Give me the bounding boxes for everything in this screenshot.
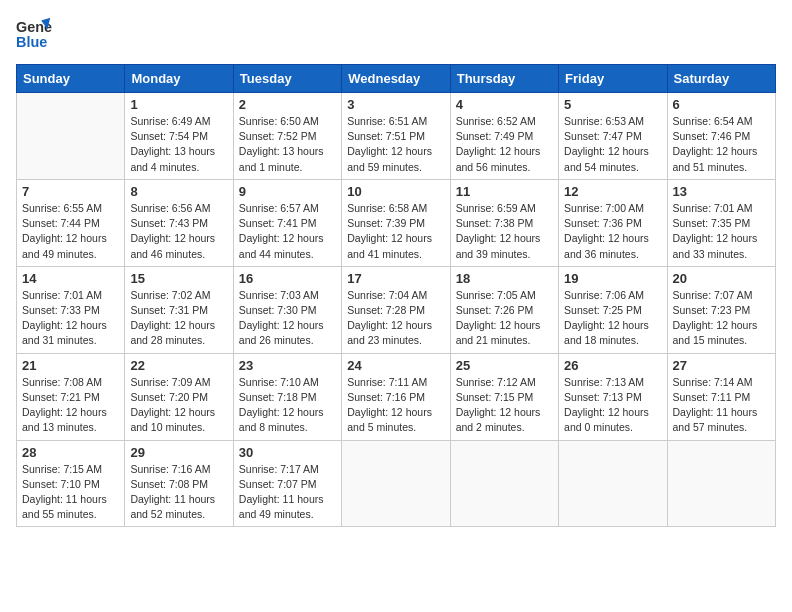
day-number: 8 [130, 184, 227, 199]
header-cell-thursday: Thursday [450, 65, 558, 93]
day-info: Sunrise: 6:55 AMSunset: 7:44 PMDaylight:… [22, 201, 119, 262]
day-info: Sunrise: 6:50 AMSunset: 7:52 PMDaylight:… [239, 114, 336, 175]
day-info: Sunrise: 7:13 AMSunset: 7:13 PMDaylight:… [564, 375, 661, 436]
calendar-cell: 26Sunrise: 7:13 AMSunset: 7:13 PMDayligh… [559, 353, 667, 440]
calendar-cell: 10Sunrise: 6:58 AMSunset: 7:39 PMDayligh… [342, 179, 450, 266]
logo: General Blue [16, 16, 52, 52]
calendar-cell: 12Sunrise: 7:00 AMSunset: 7:36 PMDayligh… [559, 179, 667, 266]
day-number: 14 [22, 271, 119, 286]
calendar-table: SundayMondayTuesdayWednesdayThursdayFrid… [16, 64, 776, 527]
day-number: 5 [564, 97, 661, 112]
day-info: Sunrise: 7:06 AMSunset: 7:25 PMDaylight:… [564, 288, 661, 349]
calendar-cell: 9Sunrise: 6:57 AMSunset: 7:41 PMDaylight… [233, 179, 341, 266]
svg-text:Blue: Blue [16, 34, 47, 50]
calendar-cell [17, 93, 125, 180]
day-info: Sunrise: 7:14 AMSunset: 7:11 PMDaylight:… [673, 375, 770, 436]
day-info: Sunrise: 7:03 AMSunset: 7:30 PMDaylight:… [239, 288, 336, 349]
calendar-cell: 11Sunrise: 6:59 AMSunset: 7:38 PMDayligh… [450, 179, 558, 266]
calendar-cell: 2Sunrise: 6:50 AMSunset: 7:52 PMDaylight… [233, 93, 341, 180]
day-info: Sunrise: 6:59 AMSunset: 7:38 PMDaylight:… [456, 201, 553, 262]
calendar-cell [342, 440, 450, 527]
calendar-cell: 19Sunrise: 7:06 AMSunset: 7:25 PMDayligh… [559, 266, 667, 353]
day-number: 16 [239, 271, 336, 286]
day-info: Sunrise: 6:56 AMSunset: 7:43 PMDaylight:… [130, 201, 227, 262]
day-number: 29 [130, 445, 227, 460]
day-number: 22 [130, 358, 227, 373]
day-info: Sunrise: 6:58 AMSunset: 7:39 PMDaylight:… [347, 201, 444, 262]
calendar-cell: 6Sunrise: 6:54 AMSunset: 7:46 PMDaylight… [667, 93, 775, 180]
day-info: Sunrise: 6:57 AMSunset: 7:41 PMDaylight:… [239, 201, 336, 262]
day-number: 12 [564, 184, 661, 199]
calendar-cell: 27Sunrise: 7:14 AMSunset: 7:11 PMDayligh… [667, 353, 775, 440]
day-info: Sunrise: 7:07 AMSunset: 7:23 PMDaylight:… [673, 288, 770, 349]
calendar-week-1: 1Sunrise: 6:49 AMSunset: 7:54 PMDaylight… [17, 93, 776, 180]
day-number: 28 [22, 445, 119, 460]
header-cell-saturday: Saturday [667, 65, 775, 93]
calendar-cell: 8Sunrise: 6:56 AMSunset: 7:43 PMDaylight… [125, 179, 233, 266]
calendar-cell: 3Sunrise: 6:51 AMSunset: 7:51 PMDaylight… [342, 93, 450, 180]
calendar-cell: 1Sunrise: 6:49 AMSunset: 7:54 PMDaylight… [125, 93, 233, 180]
day-number: 25 [456, 358, 553, 373]
calendar-cell: 16Sunrise: 7:03 AMSunset: 7:30 PMDayligh… [233, 266, 341, 353]
day-number: 4 [456, 97, 553, 112]
logo-icon: General Blue [16, 16, 52, 52]
calendar-week-5: 28Sunrise: 7:15 AMSunset: 7:10 PMDayligh… [17, 440, 776, 527]
header-cell-wednesday: Wednesday [342, 65, 450, 93]
day-info: Sunrise: 7:15 AMSunset: 7:10 PMDaylight:… [22, 462, 119, 523]
day-number: 26 [564, 358, 661, 373]
calendar-header-row: SundayMondayTuesdayWednesdayThursdayFrid… [17, 65, 776, 93]
day-info: Sunrise: 7:10 AMSunset: 7:18 PMDaylight:… [239, 375, 336, 436]
calendar-cell: 4Sunrise: 6:52 AMSunset: 7:49 PMDaylight… [450, 93, 558, 180]
day-info: Sunrise: 7:08 AMSunset: 7:21 PMDaylight:… [22, 375, 119, 436]
day-info: Sunrise: 7:09 AMSunset: 7:20 PMDaylight:… [130, 375, 227, 436]
day-info: Sunrise: 7:05 AMSunset: 7:26 PMDaylight:… [456, 288, 553, 349]
calendar-cell: 18Sunrise: 7:05 AMSunset: 7:26 PMDayligh… [450, 266, 558, 353]
calendar-week-2: 7Sunrise: 6:55 AMSunset: 7:44 PMDaylight… [17, 179, 776, 266]
day-info: Sunrise: 7:04 AMSunset: 7:28 PMDaylight:… [347, 288, 444, 349]
calendar-cell: 20Sunrise: 7:07 AMSunset: 7:23 PMDayligh… [667, 266, 775, 353]
day-info: Sunrise: 6:49 AMSunset: 7:54 PMDaylight:… [130, 114, 227, 175]
day-info: Sunrise: 7:12 AMSunset: 7:15 PMDaylight:… [456, 375, 553, 436]
calendar-cell: 23Sunrise: 7:10 AMSunset: 7:18 PMDayligh… [233, 353, 341, 440]
calendar-week-4: 21Sunrise: 7:08 AMSunset: 7:21 PMDayligh… [17, 353, 776, 440]
calendar-cell: 17Sunrise: 7:04 AMSunset: 7:28 PMDayligh… [342, 266, 450, 353]
day-info: Sunrise: 7:01 AMSunset: 7:35 PMDaylight:… [673, 201, 770, 262]
day-number: 10 [347, 184, 444, 199]
calendar-cell: 25Sunrise: 7:12 AMSunset: 7:15 PMDayligh… [450, 353, 558, 440]
calendar-cell: 30Sunrise: 7:17 AMSunset: 7:07 PMDayligh… [233, 440, 341, 527]
header: General Blue [16, 16, 776, 52]
day-number: 11 [456, 184, 553, 199]
calendar-week-3: 14Sunrise: 7:01 AMSunset: 7:33 PMDayligh… [17, 266, 776, 353]
calendar-cell [559, 440, 667, 527]
day-number: 6 [673, 97, 770, 112]
day-number: 30 [239, 445, 336, 460]
day-number: 7 [22, 184, 119, 199]
day-info: Sunrise: 7:02 AMSunset: 7:31 PMDaylight:… [130, 288, 227, 349]
day-number: 21 [22, 358, 119, 373]
calendar-cell: 7Sunrise: 6:55 AMSunset: 7:44 PMDaylight… [17, 179, 125, 266]
day-number: 18 [456, 271, 553, 286]
calendar-cell: 13Sunrise: 7:01 AMSunset: 7:35 PMDayligh… [667, 179, 775, 266]
day-number: 13 [673, 184, 770, 199]
header-cell-friday: Friday [559, 65, 667, 93]
calendar-cell [450, 440, 558, 527]
day-number: 19 [564, 271, 661, 286]
header-cell-tuesday: Tuesday [233, 65, 341, 93]
day-number: 15 [130, 271, 227, 286]
calendar-cell [667, 440, 775, 527]
day-info: Sunrise: 7:01 AMSunset: 7:33 PMDaylight:… [22, 288, 119, 349]
day-info: Sunrise: 6:52 AMSunset: 7:49 PMDaylight:… [456, 114, 553, 175]
day-info: Sunrise: 7:17 AMSunset: 7:07 PMDaylight:… [239, 462, 336, 523]
day-number: 1 [130, 97, 227, 112]
day-number: 20 [673, 271, 770, 286]
calendar-cell: 29Sunrise: 7:16 AMSunset: 7:08 PMDayligh… [125, 440, 233, 527]
day-number: 27 [673, 358, 770, 373]
day-info: Sunrise: 6:53 AMSunset: 7:47 PMDaylight:… [564, 114, 661, 175]
day-number: 9 [239, 184, 336, 199]
day-info: Sunrise: 7:11 AMSunset: 7:16 PMDaylight:… [347, 375, 444, 436]
day-number: 2 [239, 97, 336, 112]
day-number: 17 [347, 271, 444, 286]
calendar-cell: 14Sunrise: 7:01 AMSunset: 7:33 PMDayligh… [17, 266, 125, 353]
calendar-cell: 22Sunrise: 7:09 AMSunset: 7:20 PMDayligh… [125, 353, 233, 440]
day-number: 24 [347, 358, 444, 373]
